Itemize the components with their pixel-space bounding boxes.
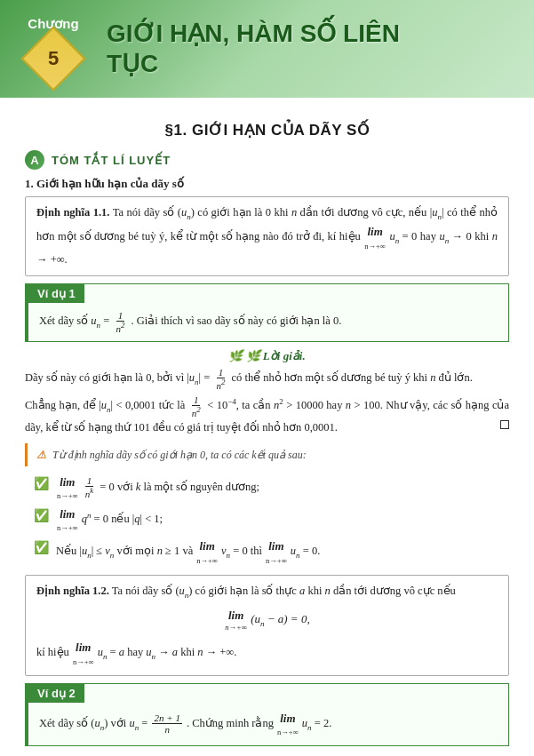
main-content: §1. GIỚI HẠN CỦA DÃY SỐ A TÓM TẮT LÍ LUY… (0, 98, 534, 756)
solution-1-label: 🌿 Lời giải. (25, 349, 509, 363)
definition-1-2: Định nghĩa 1.2. Ta nói dãy số (un) có gi… (25, 575, 509, 675)
solution-1-para2: Chẳng hạn, để |un| < 0,0001 tức là 1 n2 … (25, 394, 509, 436)
chapter-diamond: 5 (20, 26, 86, 92)
example-2-box: Ví dụ 2 Xét dãy số (un) với un = 2n + 1 … (25, 683, 509, 746)
section-title: §1. GIỚI HẠN CỦA DÃY SỐ (25, 121, 509, 139)
badge-a: A (25, 150, 44, 170)
warning-text: Từ định nghĩa dãy số có giới hạn 0, ta c… (52, 449, 307, 461)
check-icon-1: ✅ (34, 474, 49, 493)
example-1-header: Ví dụ 1 (28, 284, 84, 303)
subsection1-title: 1. Giới hạn hữu hạn của dãy số (25, 177, 509, 191)
bullet-item-1: ✅ lim n→+∞ 1 nk = 0 với k là một số nguy… (34, 473, 509, 502)
bullet-list: ✅ lim n→+∞ 1 nk = 0 với k là một số nguy… (34, 473, 509, 567)
warning-box: ⚠ Từ định nghĩa dãy số có giới hạn 0, ta… (25, 443, 509, 466)
solution-1-para1: Dãy số này có giới hạn là 0, bởi vì |un|… (25, 367, 509, 391)
chapter-box: Chương 5 (18, 16, 89, 82)
bullet-item-3: ✅ Nếu |un| ≤ vn với mọi n ≥ 1 và lim n→+… (34, 537, 509, 566)
check-icon-2: ✅ (34, 506, 49, 525)
bullet-item-2: ✅ lim n→+∞ qn = 0 nếu |q| < 1; (34, 505, 509, 534)
def1-label: Định nghĩa 1.1. (36, 206, 110, 219)
example-2-header: Ví dụ 2 (28, 684, 84, 703)
example-1-box: Ví dụ 1 Xét dãy số un = 1 n2 . Giải thíc… (25, 283, 509, 342)
page-header: Chương 5 GIỚI HẠN, HÀM SỐ LIÊN TỤC (0, 0, 534, 98)
example-1-content: Xét dãy số un = 1 n2 . Giải thích vì sao… (28, 303, 508, 341)
chapter-number: 5 (48, 47, 59, 70)
def2-formula: lim n→+∞ (un − a) = 0, (36, 609, 498, 632)
warning-icon: ⚠ (36, 449, 46, 461)
header-title: GIỚI HẠN, HÀM SỐ LIÊN TỤC (107, 19, 400, 78)
check-icon-3: ✅ (34, 538, 49, 557)
badge-row-a: A TÓM TẮT LÍ LUYẾT (25, 150, 509, 170)
def2-label: Định nghĩa 1.2. (36, 585, 109, 597)
example-2-content: Xét dãy số (un) với un = 2n + 1 n . Chứn… (28, 703, 508, 745)
definition-1-1: Định nghĩa 1.1. Ta nói dãy số (un) có gi… (25, 196, 509, 276)
badge-a-title: TÓM TẮT LÍ LUYẾT (52, 154, 171, 167)
